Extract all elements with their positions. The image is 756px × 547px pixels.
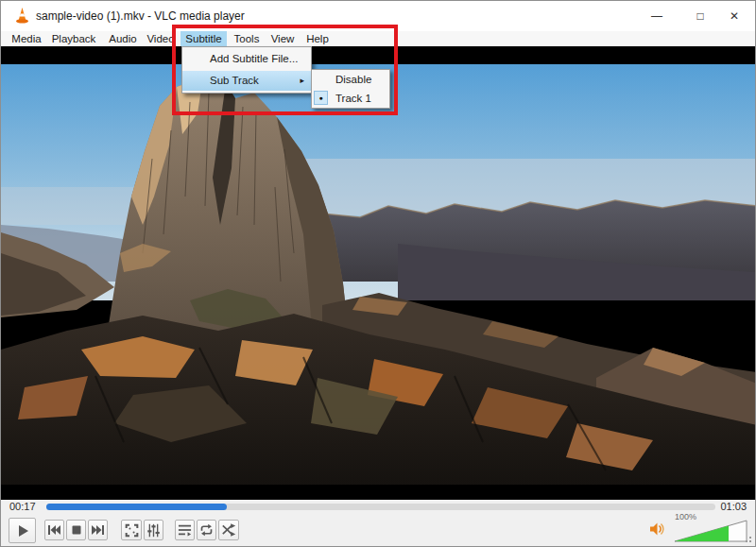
- equalizer-icon: [146, 523, 161, 538]
- minimize-button[interactable]: —: [638, 1, 676, 31]
- subtitle-dropdown-menu: Add Subtitle File... Sub Track ▸: [181, 46, 312, 94]
- speaker-icon[interactable]: [649, 521, 665, 537]
- menu-audio[interactable]: Audio: [103, 31, 143, 46]
- extended-settings-button[interactable]: [144, 520, 163, 540]
- close-button[interactable]: ✕: [715, 1, 753, 31]
- maximize-icon: □: [696, 9, 703, 23]
- close-icon: ✕: [730, 9, 739, 23]
- menu-item-add-subtitle-file[interactable]: Add Subtitle File...: [182, 49, 311, 69]
- total-time[interactable]: 01:03: [720, 501, 747, 512]
- menu-bar: Media Playback Audio Video Subtitle Tool…: [1, 31, 755, 46]
- window-title: sample-video (1).mkv - VLC media player: [36, 1, 245, 31]
- next-icon: [91, 524, 105, 536]
- elapsed-time[interactable]: 00:17: [9, 501, 36, 512]
- loop-button[interactable]: [197, 520, 216, 540]
- sub-track-submenu: Disable ● Track 1: [311, 69, 390, 109]
- submenu-item-track-1[interactable]: ● Track 1: [312, 89, 389, 108]
- loop-icon: [199, 523, 214, 537]
- fullscreen-button[interactable]: [121, 520, 142, 540]
- menu-playback[interactable]: Playback: [48, 31, 99, 46]
- video-display[interactable]: [1, 46, 756, 500]
- play-icon: [14, 522, 31, 539]
- menu-help[interactable]: Help: [301, 31, 334, 46]
- title-bar[interactable]: sample-video (1).mkv - VLC media player …: [1, 1, 755, 31]
- menu-media[interactable]: Media: [9, 31, 44, 46]
- menu-item-sub-track[interactable]: Sub Track ▸: [182, 71, 311, 91]
- menu-view[interactable]: View: [266, 31, 300, 46]
- submenu-arrow-icon: ▸: [300, 71, 304, 91]
- previous-button[interactable]: [44, 520, 64, 540]
- menu-subtitle[interactable]: Subtitle: [180, 31, 227, 46]
- volume-slider[interactable]: [674, 520, 747, 542]
- vlc-cone-icon: [13, 7, 31, 25]
- seek-fill: [46, 504, 227, 510]
- playlist-icon: [178, 523, 192, 537]
- resize-grip-icon[interactable]: [743, 534, 752, 543]
- playlist-button[interactable]: [175, 520, 195, 540]
- menu-item-label: Sub Track: [210, 75, 259, 86]
- vlc-window: sample-video (1).mkv - VLC media player …: [0, 0, 756, 547]
- minimize-icon: —: [651, 9, 662, 23]
- menu-video[interactable]: Video: [143, 31, 179, 46]
- stop-icon: [71, 524, 82, 536]
- stop-button[interactable]: [66, 520, 86, 540]
- play-button[interactable]: [9, 518, 36, 543]
- previous-icon: [47, 524, 61, 536]
- seek-bar[interactable]: [46, 504, 715, 510]
- selected-track-radio: ●: [314, 91, 328, 105]
- video-frame-mountains: [1, 64, 756, 485]
- submenu-item-disable[interactable]: Disable: [312, 70, 389, 89]
- maximize-button[interactable]: □: [681, 1, 719, 31]
- menu-tools[interactable]: Tools: [230, 31, 264, 46]
- fullscreen-icon: [125, 523, 139, 538]
- shuffle-icon: [222, 523, 236, 537]
- submenu-item-label: Track 1: [335, 93, 371, 104]
- shuffle-button[interactable]: [218, 520, 239, 540]
- menu-item-label: Add Subtitle File...: [210, 53, 298, 64]
- radio-dot-icon: ●: [318, 89, 322, 108]
- next-button[interactable]: [88, 520, 108, 540]
- submenu-item-label: Disable: [335, 74, 371, 85]
